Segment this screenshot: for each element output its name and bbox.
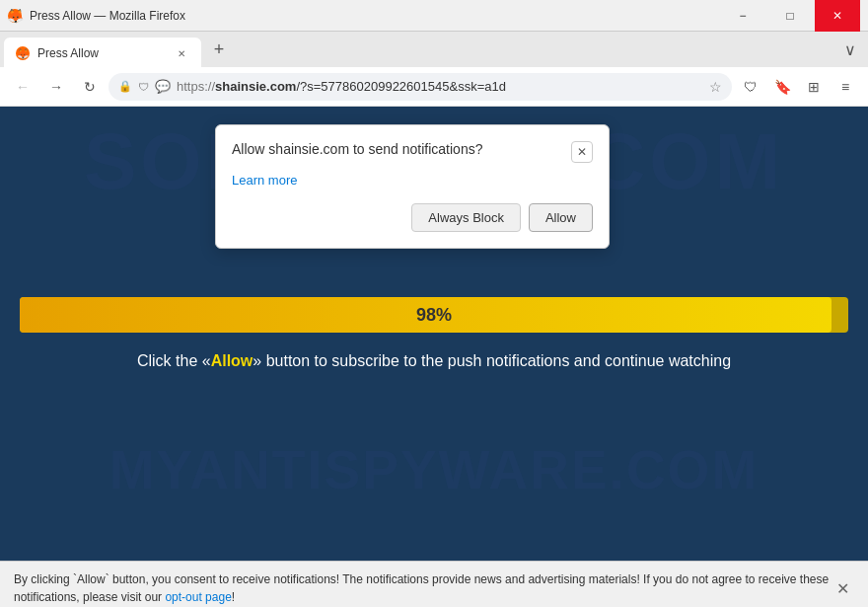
forward-button[interactable]: →	[41, 73, 71, 101]
url-path: /?s=577860209922601545&ssk=a1d	[296, 79, 506, 94]
bookmarks-button[interactable]: 🔖	[767, 73, 797, 101]
url-display: https://shainsie.com/?s=5778602099226015…	[177, 79, 703, 94]
subscribe-text-before: Click the «	[137, 352, 211, 369]
learn-more-link[interactable]: Learn more	[232, 173, 593, 188]
address-bar[interactable]: 🔒 🛡 💬 https://shainsie.com/?s=5778602099…	[108, 73, 732, 101]
bottom-bar-text: By clicking `Allow` button, you consent …	[14, 570, 831, 606]
extensions-button[interactable]: ⊞	[799, 73, 829, 101]
nav-right-buttons: 🛡 🔖 ⊞ ≡	[736, 73, 860, 101]
notification-icon: 💬	[155, 79, 171, 94]
subscribe-text: Click the «Allow» button to subscribe to…	[137, 352, 731, 370]
allow-button[interactable]: Allow	[529, 203, 593, 232]
tab-favicon: 🦊	[16, 46, 30, 60]
popup-header: Allow shainsie.com to send notifications…	[232, 141, 593, 163]
url-domain: shainsie.com	[215, 79, 296, 94]
subscribe-highlight: Allow	[211, 352, 253, 369]
shield-icon: 🛡	[138, 81, 149, 93]
titlebar-title: Press Allow — Mozilla Firefox	[30, 9, 185, 23]
titlebar: 🦊 Press Allow — Mozilla Firefox − □ ✕	[0, 0, 868, 32]
tab-close-button[interactable]: ✕	[174, 45, 189, 61]
tabbar: 🦊 Press Allow ✕ + ∨	[0, 32, 868, 67]
progress-text: 98%	[416, 305, 452, 326]
maximize-button[interactable]: □	[767, 0, 813, 32]
titlebar-controls: − □ ✕	[720, 0, 860, 32]
main-content: SOFTWARE.COM MYANTISPYWARE.COM 98% Click…	[0, 107, 868, 561]
popup-close-button[interactable]: ✕	[571, 141, 593, 163]
back-button[interactable]: ←	[8, 73, 37, 101]
popup-title: Allow shainsie.com to send notifications…	[232, 141, 482, 157]
url-scheme: https://	[177, 79, 215, 94]
menu-button[interactable]: ≡	[831, 73, 860, 101]
minimize-button[interactable]: −	[720, 0, 765, 32]
navbar: ← → ↻ 🔒 🛡 💬 https://shainsie.com/?s=5778…	[0, 67, 868, 107]
pocket-button[interactable]: 🛡	[736, 73, 765, 101]
progress-bar-container: 98%	[20, 297, 848, 333]
close-button[interactable]: ✕	[815, 0, 860, 32]
subscribe-text-after: » button to subscribe to the push notifi…	[253, 352, 731, 369]
opt-out-link[interactable]: opt-out page	[165, 590, 231, 604]
titlebar-left: 🦊 Press Allow — Mozilla Firefox	[8, 9, 185, 23]
active-tab[interactable]: 🦊 Press Allow ✕	[4, 38, 201, 69]
bookmark-star-icon[interactable]: ☆	[709, 79, 722, 95]
bottom-bar-text-before: By clicking `Allow` button, you consent …	[14, 572, 829, 604]
tab-list-chevron[interactable]: ∨	[836, 36, 864, 63]
new-tab-button[interactable]: +	[205, 36, 233, 63]
notification-popup: Allow shainsie.com to send notifications…	[215, 124, 610, 249]
firefox-icon: 🦊	[8, 9, 22, 23]
watermark-bottom: MYANTISPYWARE.COM	[0, 438, 868, 501]
always-block-button[interactable]: Always Block	[411, 203, 521, 232]
bottom-bar-text-after: !	[232, 590, 235, 604]
tab-title: Press Allow	[37, 46, 99, 60]
bottom-bar-close-button[interactable]: ✕	[831, 576, 854, 600]
lock-icon: 🔒	[118, 80, 132, 93]
reload-button[interactable]: ↻	[75, 73, 105, 101]
popup-buttons: Always Block Allow	[232, 203, 593, 232]
bottom-bar: By clicking `Allow` button, you consent …	[0, 561, 868, 607]
